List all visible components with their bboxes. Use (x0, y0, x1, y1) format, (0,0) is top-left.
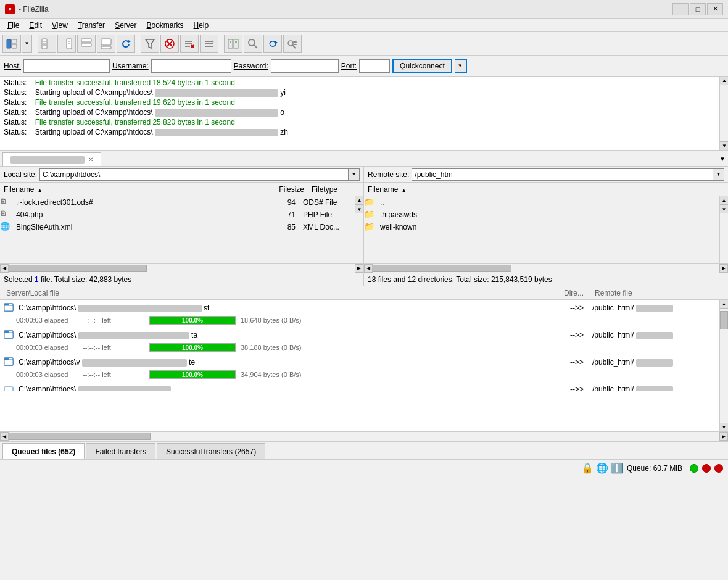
transfer-settings-button[interactable] (200, 35, 218, 53)
queue-item-2-row[interactable]: C:\xampp\htdocs\v te -->> /public_html/ (4, 355, 716, 369)
queue-item-1-row[interactable]: C:\xampp\htdocs\ ta -->> /public_html/ (4, 328, 716, 342)
remote-hscroll-left[interactable]: ◀ (364, 264, 373, 273)
status-dot-green-1 (690, 464, 698, 473)
queue-hscroll-track (9, 432, 719, 441)
find-files-button[interactable] (283, 35, 302, 53)
log-scroll-up[interactable]: ▲ (720, 77, 728, 85)
toggle-local-pane-button[interactable] (38, 35, 56, 53)
folder-icon-1: 📁 (364, 209, 375, 220)
svg-point-37 (288, 41, 293, 46)
menu-view[interactable]: View (47, 20, 73, 31)
local-hscroll[interactable]: ◀ ▶ (0, 263, 363, 272)
footer-icons: 🔒 🌐 ℹ️ (581, 462, 623, 474)
local-col-type[interactable]: Filetype (308, 185, 363, 194)
quickconnect-dropdown[interactable]: ▼ (455, 59, 467, 73)
svg-rect-49 (4, 360, 13, 365)
svg-marker-36 (275, 41, 278, 44)
local-site-label: Local site: (4, 170, 37, 179)
queue-item-2-dir: -->> (561, 358, 592, 367)
toggle-queue-button[interactable] (97, 35, 115, 53)
quickconnect-button[interactable]: Quickconnect (392, 59, 452, 73)
stop-button[interactable] (160, 35, 179, 53)
remote-col-name[interactable]: Filename ▲ (364, 185, 728, 194)
username-input[interactable] (151, 59, 231, 73)
local-file-list: 🗎 .~lock.redirect301.ods# 94 ODS# File 🗎… (0, 196, 355, 263)
local-col-size[interactable]: Filesize (265, 185, 308, 194)
local-file-header[interactable]: Filename ▲ Filesize Filetype (0, 183, 363, 196)
folder-icon-0: 📁 (364, 197, 375, 208)
minimize-button[interactable]: — (672, 3, 689, 15)
menu-edit[interactable]: Edit (24, 20, 47, 31)
remote-hscroll-right[interactable]: ▶ (719, 264, 728, 273)
queue-scroll-thumb[interactable] (720, 311, 728, 329)
queue-scrollbar-v[interactable]: ▲ ▼ (719, 300, 728, 431)
sync-browsing-button[interactable] (263, 35, 282, 53)
log-scrollbar[interactable]: ▲ ▼ (719, 77, 728, 150)
local-file-row-0[interactable]: 🗎 .~lock.redirect301.ods# 94 ODS# File (0, 196, 355, 209)
queue-scroll-down[interactable]: ▼ (720, 423, 728, 431)
remote-hscroll-thumb[interactable] (373, 265, 511, 272)
local-hscroll-right[interactable]: ▶ (355, 264, 363, 273)
local-scrollbar-v[interactable]: ▲ ▼ (355, 196, 363, 263)
refresh-button[interactable] (117, 35, 135, 53)
remote-file-list: 📁 .. 📁 .htpasswds 📁 well-known (364, 196, 719, 263)
filter-button[interactable] (141, 35, 159, 53)
local-file-row-2[interactable]: 🌐 BingSiteAuth.xml 85 XML Doc... (0, 221, 355, 233)
close-button[interactable]: ✕ (707, 3, 723, 15)
svg-rect-39 (293, 41, 297, 43)
local-file-row-1[interactable]: 🗎 404.php 71 PHP File (0, 209, 355, 221)
remote-file-row-0[interactable]: 📁 .. (364, 196, 719, 209)
local-panel: Local site: ▼ Filename ▲ Filesize Filety… (0, 167, 364, 286)
globe-icon: 🌐 (596, 462, 608, 474)
remote-hscroll-track (373, 264, 719, 273)
port-input[interactable] (359, 59, 390, 73)
port-label: Port: (341, 62, 357, 70)
queue-item-2-name: C:\xampp\htdocs\v te (19, 358, 561, 367)
local-hscroll-thumb[interactable] (9, 265, 147, 272)
menu-transfer[interactable]: Transfer (73, 20, 110, 31)
queue-item-3-row[interactable]: C:\xampp\htdocs\ -->> /public_html/ (4, 383, 716, 391)
queue-item-0-row[interactable]: C:\xampp\htdocs\ st -->> /public_html/ (4, 301, 716, 315)
panel-tab-more[interactable]: ▼ (717, 151, 728, 167)
log-scroll-down[interactable]: ▼ (720, 141, 728, 150)
menu-bookmarks[interactable]: Bookmarks (141, 20, 188, 31)
remote-scrollbar-v[interactable]: ▲ ▼ (719, 196, 728, 263)
remote-file-header[interactable]: Filename ▲ (364, 183, 728, 196)
site-manager-dropdown[interactable]: ▼ (22, 35, 32, 53)
tab-queued-files[interactable]: Queued files (652) (2, 443, 85, 459)
menu-help[interactable]: Help (189, 20, 214, 31)
tab-failed-transfers[interactable]: Failed transfers (86, 443, 155, 459)
password-input[interactable] (271, 59, 339, 73)
local-col-name[interactable]: Filename ▲ (0, 185, 265, 194)
panel-tab-close-0[interactable]: ✕ (88, 156, 93, 163)
local-site-path[interactable] (39, 168, 349, 181)
menu-file[interactable]: File (2, 20, 24, 31)
file-comparison-button[interactable] (224, 35, 242, 53)
remote-site-path[interactable] (412, 168, 713, 181)
toggle-log-button[interactable] (77, 35, 96, 53)
svg-marker-17 (146, 39, 154, 48)
remote-hscroll[interactable]: ◀ ▶ (364, 263, 728, 272)
queue-scrollbar-h[interactable]: ◀ ▶ (0, 431, 728, 440)
maximize-button[interactable]: □ (690, 3, 706, 15)
local-hscroll-left[interactable]: ◀ (0, 264, 9, 273)
remote-site-dropdown[interactable]: ▼ (713, 168, 724, 181)
cancel-queued-button[interactable] (180, 35, 199, 53)
local-site-bar: Local site: ▼ (0, 167, 363, 183)
search-files-button[interactable] (244, 35, 262, 53)
site-manager-button[interactable] (2, 35, 21, 53)
toggle-remote-tree-button[interactable] (57, 35, 76, 53)
panel-tab-0[interactable]: ✕ (2, 152, 101, 166)
host-input[interactable] (23, 59, 110, 73)
tab-successful-transfers[interactable]: Successful transfers (2657) (157, 443, 265, 459)
remote-file-row-2[interactable]: 📁 well-known (364, 221, 719, 233)
queue-scroll-up[interactable]: ▲ (720, 300, 728, 309)
queue-hscroll-left[interactable]: ◀ (0, 432, 9, 441)
queue-hscroll-right[interactable]: ▶ (719, 432, 728, 441)
menu-server[interactable]: Server (110, 20, 141, 31)
local-site-dropdown[interactable]: ▼ (349, 168, 360, 181)
host-label: Host: (4, 62, 21, 70)
remote-file-row-1[interactable]: 📁 .htpasswds (364, 209, 719, 221)
remote-site-label: Remote site: (368, 170, 409, 179)
queue-hscroll-thumb[interactable] (9, 433, 151, 440)
